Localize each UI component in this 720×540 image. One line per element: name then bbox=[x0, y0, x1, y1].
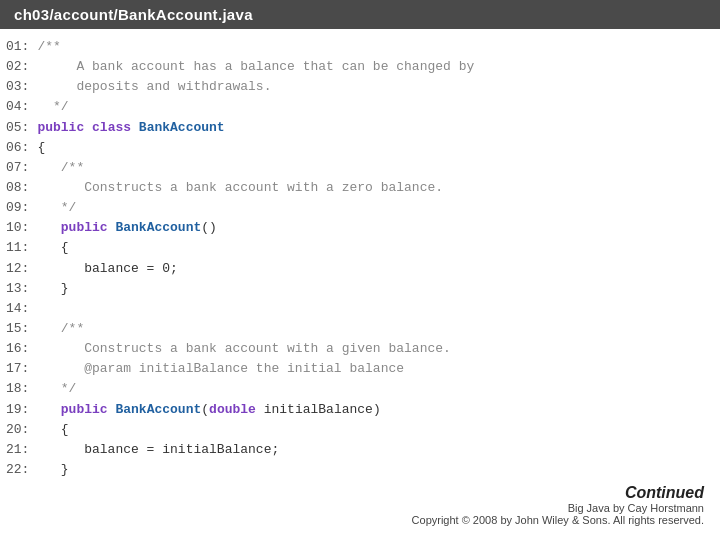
code-line: 21: balance = initialBalance; bbox=[0, 440, 720, 460]
line-number: 04: bbox=[0, 97, 37, 117]
line-content: /** bbox=[37, 319, 84, 339]
line-number: 12: bbox=[0, 259, 37, 279]
line-content: A bank account has a balance that can be… bbox=[37, 57, 474, 77]
line-number: 20: bbox=[0, 420, 37, 440]
code-line: 11: { bbox=[0, 238, 720, 258]
line-number: 22: bbox=[0, 460, 37, 480]
line-content: */ bbox=[37, 198, 76, 218]
code-line: 05:public class BankAccount bbox=[0, 118, 720, 138]
line-content: } bbox=[37, 460, 68, 480]
code-line: 08: Constructs a bank account with a zer… bbox=[0, 178, 720, 198]
big-java-label: Big Java by Cay Horstmann bbox=[568, 502, 704, 514]
line-number: 07: bbox=[0, 158, 37, 178]
line-number: 01: bbox=[0, 37, 37, 57]
code-line: 17: @param initialBalance the initial ba… bbox=[0, 359, 720, 379]
line-content: { bbox=[37, 420, 68, 440]
line-number: 14: bbox=[0, 299, 37, 319]
line-content: public class BankAccount bbox=[37, 118, 224, 138]
code-line: 20: { bbox=[0, 420, 720, 440]
code-line: 07: /** bbox=[0, 158, 720, 178]
code-line: 01:/** bbox=[0, 37, 720, 57]
line-content: balance = initialBalance; bbox=[37, 440, 279, 460]
code-line: 13: } bbox=[0, 279, 720, 299]
line-number: 17: bbox=[0, 359, 37, 379]
line-content: @param initialBalance the initial balanc… bbox=[37, 359, 404, 379]
page-title: ch03/account/BankAccount.java bbox=[14, 6, 253, 23]
line-number: 19: bbox=[0, 400, 37, 420]
code-line: 04: */ bbox=[0, 97, 720, 117]
code-line: 14: bbox=[0, 299, 720, 319]
code-line: 06:{ bbox=[0, 138, 720, 158]
line-content: { bbox=[37, 138, 45, 158]
line-number: 03: bbox=[0, 77, 37, 97]
line-content: deposits and withdrawals. bbox=[37, 77, 271, 97]
code-line: 03: deposits and withdrawals. bbox=[0, 77, 720, 97]
line-content: public BankAccount() bbox=[37, 218, 216, 238]
line-content: Constructs a bank account with a given b… bbox=[37, 339, 450, 359]
line-number: 09: bbox=[0, 198, 37, 218]
line-number: 23: bbox=[0, 480, 37, 483]
line-number: 21: bbox=[0, 440, 37, 460]
line-content: { bbox=[37, 238, 68, 258]
line-number: 15: bbox=[0, 319, 37, 339]
line-number: 08: bbox=[0, 178, 37, 198]
line-number: 05: bbox=[0, 118, 37, 138]
code-line: 09: */ bbox=[0, 198, 720, 218]
footer: Continued Big Java by Cay Horstmann Copy… bbox=[0, 483, 720, 531]
code-line: 15: /** bbox=[0, 319, 720, 339]
line-number: 18: bbox=[0, 379, 37, 399]
code-line: 02: A bank account has a balance that ca… bbox=[0, 57, 720, 77]
line-content: public BankAccount(double initialBalance… bbox=[37, 400, 380, 420]
title-bar: ch03/account/BankAccount.java bbox=[0, 0, 720, 29]
code-line: 22: } bbox=[0, 460, 720, 480]
copyright-label: Copyright © 2008 by John Wiley & Sons. A… bbox=[412, 514, 704, 526]
code-line: 12: balance = 0; bbox=[0, 259, 720, 279]
line-content: */ bbox=[37, 97, 68, 117]
code-line: 10: public BankAccount() bbox=[0, 218, 720, 238]
line-number: 16: bbox=[0, 339, 37, 359]
code-area: 01:/**02: A bank account has a balance t… bbox=[0, 29, 720, 483]
line-content: } bbox=[37, 279, 68, 299]
line-content: */ bbox=[37, 379, 76, 399]
line-content: Constructs a bank account with a zero ba… bbox=[37, 178, 443, 198]
line-number: 10: bbox=[0, 218, 37, 238]
line-number: 02: bbox=[0, 57, 37, 77]
line-content: balance = 0; bbox=[37, 259, 177, 279]
line-content: /** bbox=[37, 37, 60, 57]
line-number: 13: bbox=[0, 279, 37, 299]
code-line: 18: */ bbox=[0, 379, 720, 399]
line-number: 11: bbox=[0, 238, 37, 258]
code-line: 16: Constructs a bank account with a giv… bbox=[0, 339, 720, 359]
line-content: /** bbox=[37, 158, 84, 178]
continued-label: Continued bbox=[625, 484, 704, 502]
line-number: 06: bbox=[0, 138, 37, 158]
code-line: 19: public BankAccount(double initialBal… bbox=[0, 400, 720, 420]
